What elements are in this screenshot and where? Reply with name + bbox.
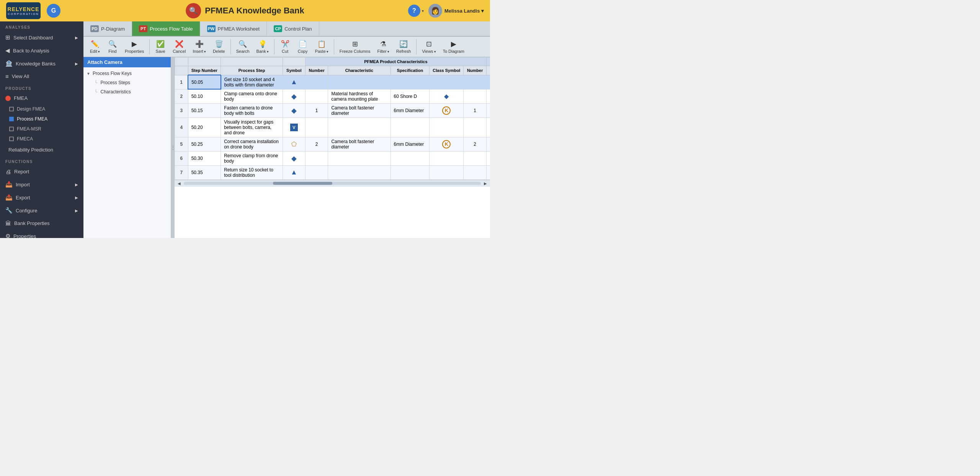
cell-process-step[interactable]: Visually inspect for gaps between bolts,… [221, 117, 283, 137]
cell-process-step[interactable]: Return size 10 socket to tool distributi… [221, 165, 283, 179]
cell-characteristic[interactable]: Material hardness of camera mounting pla… [328, 89, 390, 103]
cell-process-step[interactable]: Clamp camera onto drone body [221, 89, 283, 103]
table-row[interactable]: 550.25Correct camera installation on dro… [175, 137, 490, 151]
sidebar-item-fmea-msr[interactable]: FMEA-MSR [0, 124, 83, 134]
cell-specification[interactable]: 6mm Diameter [390, 137, 430, 151]
cell-specification[interactable] [390, 151, 430, 165]
cell-pfmea[interactable]: Bolt torque [486, 137, 490, 151]
scroll-left-btn[interactable]: ◀ [176, 181, 182, 186]
views-button[interactable]: ⊡ Views ▾ [419, 38, 439, 55]
scroll-thumb[interactable] [273, 182, 332, 185]
cell-characteristic[interactable]: Camera bolt fastener diameter [328, 137, 390, 151]
horizontal-scrollbar[interactable]: ◀ ▶ [175, 180, 490, 187]
find-button[interactable]: 🔍 Find [104, 38, 121, 55]
cell-process-step[interactable]: Correct camera installation on drone bod… [221, 137, 283, 151]
cell-specification[interactable] [390, 165, 430, 179]
cell-process-step[interactable]: Fasten camera to drone body with bolts [221, 103, 283, 117]
table-row[interactable]: 450.20Visually inspect for gaps between … [175, 117, 490, 137]
cell-specification[interactable] [390, 117, 430, 137]
delete-button[interactable]: 🗑️ Delete [210, 38, 228, 55]
cell-specification[interactable] [390, 75, 430, 89]
left-panel-header[interactable]: Attach Camera [83, 57, 171, 67]
table-row[interactable]: 250.10Clamp camera onto drone body◆Mater… [175, 89, 490, 103]
cell-characteristic[interactable] [328, 117, 390, 137]
resize-handle[interactable]: ⋮ [172, 57, 175, 238]
cell-characteristic[interactable]: Camera bolt fastener diameter [328, 103, 390, 117]
paste-button[interactable]: 📋 Paste ▾ [312, 38, 332, 55]
cell-process-step[interactable]: Get size 10 socket and 4 bolts with 6mm … [221, 75, 283, 89]
cell-step-number[interactable]: 50.25 [188, 137, 220, 151]
cell-pfmea[interactable]: Bolt torque [486, 103, 490, 117]
sidebar-item-knowledge-banks[interactable]: 🏦 Knowledge Banks ▶ [0, 57, 83, 70]
sidebar-item-design-fmea[interactable]: Design FMEA [0, 104, 83, 114]
help-button[interactable]: ? [408, 5, 420, 17]
sidebar-item-import[interactable]: 📥 Import ▶ [0, 178, 83, 191]
sidebar-item-properties[interactable]: ⚙ Properties [0, 230, 83, 238]
sidebar-item-configure[interactable]: 🔧 Configure ▶ [0, 204, 83, 217]
sidebar-item-view-all[interactable]: ≡ View All [0, 70, 83, 83]
th-symbol-label[interactable]: Symbol [283, 66, 305, 75]
cell-step-number[interactable]: 50.10 [188, 89, 220, 103]
table-area[interactable]: PFMEA Product Characteristics PFMEA Step… [175, 57, 490, 238]
cell-step-number[interactable]: 50.05 [188, 75, 220, 89]
sidebar-item-reliability-prediction[interactable]: Reliability Prediction [0, 144, 83, 156]
cell-characteristic[interactable] [328, 151, 390, 165]
cell-pfmea[interactable] [486, 117, 490, 137]
cell-step-number[interactable]: 50.30 [188, 151, 220, 165]
tab-cp[interactable]: CP Control Plan [267, 21, 319, 36]
cell-step-number[interactable]: 50.35 [188, 165, 220, 179]
cell-pfmea[interactable] [486, 75, 490, 89]
tab-pw[interactable]: PW PFMEA Worksheet [200, 21, 267, 36]
cell-process-step[interactable]: Remove clamp from drone body [221, 151, 283, 165]
cancel-button[interactable]: ❌ Cancel [170, 38, 189, 55]
search-button[interactable]: 🔍 Search [233, 38, 253, 55]
tree-item-process-steps[interactable]: └ Process Steps [83, 78, 171, 87]
filter-button[interactable]: ⚗ Filter ▾ [374, 38, 392, 55]
cell-pfmea[interactable] [486, 151, 490, 165]
tree-item-process-flow-keys[interactable]: ▼ Process Flow Keys [83, 69, 171, 78]
cell-pfmea[interactable] [486, 89, 490, 103]
th-step-num-label[interactable]: Step Number [188, 66, 220, 75]
th-pfmea-label[interactable]: C [486, 66, 490, 75]
cell-pfmea[interactable] [486, 165, 490, 179]
tab-pt[interactable]: PT Process Flow Table [132, 21, 200, 36]
table-row[interactable]: 650.30Remove clamp from drone body◆ [175, 151, 490, 165]
sidebar-item-bank-properties[interactable]: 🏛 Bank Properties [0, 217, 83, 230]
save-button[interactable]: ✅ Save [152, 38, 169, 55]
insert-button[interactable]: ➕ Insert ▾ [189, 38, 209, 55]
th-number2-label[interactable]: Number [464, 66, 487, 75]
table-row[interactable]: 350.15Fasten camera to drone body with b… [175, 103, 490, 117]
properties-button[interactable]: ▶ Properties [122, 38, 147, 55]
sidebar-item-fmeca[interactable]: FMECA [0, 134, 83, 144]
bank-button[interactable]: 💡 Bank ▾ [253, 38, 272, 55]
tree-item-characteristics[interactable]: └ Characteristics [83, 87, 171, 96]
th-class-symbol-label[interactable]: Class Symbol [430, 66, 464, 75]
sidebar-item-process-fmea[interactable]: Process FMEA [0, 114, 83, 124]
scroll-right-btn[interactable]: ▶ [482, 181, 488, 186]
to-diagram-button[interactable]: ▶ To Diagram [440, 38, 467, 55]
th-number-label[interactable]: Number [305, 66, 328, 75]
refresh-button[interactable]: 🔄 Refresh [393, 38, 414, 55]
sidebar-item-report[interactable]: 🖨 Report [0, 165, 83, 178]
th-specification-label[interactable]: Specification [390, 66, 430, 75]
table-row[interactable]: 750.35Return size 10 socket to tool dist… [175, 165, 490, 179]
cell-characteristic[interactable] [328, 165, 390, 179]
copy-button[interactable]: 📄 Copy [294, 38, 311, 55]
nav-forward-button[interactable]: G [47, 4, 60, 18]
th-process-step-label[interactable]: Process Step [221, 66, 283, 75]
cut-button[interactable]: ✂️ Cut [277, 38, 294, 55]
freeze-columns-button[interactable]: ⊞ Freeze Columns [336, 38, 374, 55]
user-menu[interactable]: 👩 Melissa Landis ▾ [428, 4, 484, 18]
scroll-track[interactable] [184, 182, 481, 185]
sidebar-item-fmea[interactable]: FMEA [0, 92, 83, 104]
sidebar-item-back-to-analysis[interactable]: ◀ Back to Analysis [0, 44, 83, 57]
cell-characteristic[interactable] [328, 75, 390, 89]
edit-button[interactable]: ✏️ Edit ▾ [87, 38, 103, 55]
table-row[interactable]: 150.05Get size 10 socket and 4 bolts wit… [175, 75, 490, 89]
sidebar-item-select-dashboard[interactable]: ⊞ Select Dashboard ▶ [0, 31, 83, 44]
cell-step-number[interactable]: 50.15 [188, 103, 220, 117]
tab-pd[interactable]: PD P-Diagram [83, 21, 132, 36]
th-characteristic-label[interactable]: Characteristic [328, 66, 390, 75]
relyence-logo[interactable]: RELYENCE CORPORATION [6, 2, 41, 19]
cell-step-number[interactable]: 50.20 [188, 117, 220, 137]
